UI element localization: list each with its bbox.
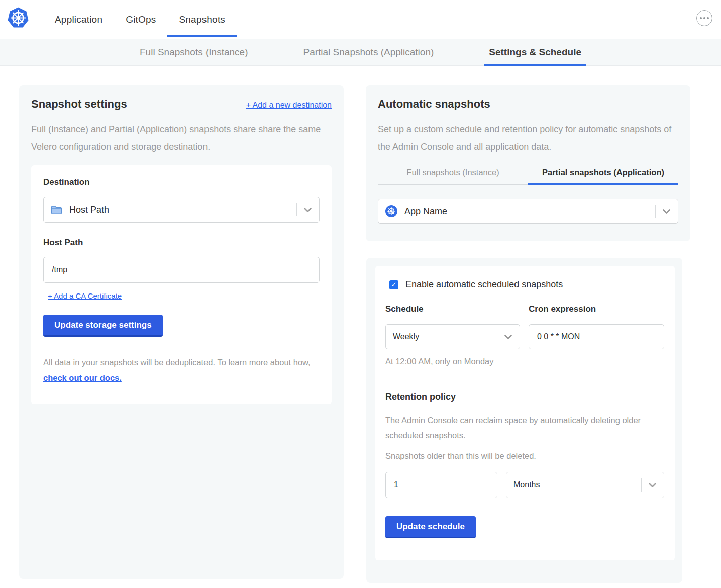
schedule-card: ✓ Enable automatic scheduled snapshots S…: [375, 266, 675, 560]
divider: [497, 330, 497, 343]
tab-partial-snapshots[interactable]: Partial Snapshots (Application): [298, 39, 439, 65]
host-path-input[interactable]: [43, 257, 320, 283]
tab-full-snapshots[interactable]: Full Snapshots (Instance): [135, 39, 253, 65]
ellipsis-menu-icon[interactable]: [696, 10, 712, 26]
nav-item-gitops[interactable]: GitOps: [125, 0, 157, 39]
automatic-snapshots-title: Automatic snapshots: [378, 97, 678, 111]
destination-value: Host Path: [69, 205, 296, 215]
docs-link[interactable]: check out our docs.: [43, 373, 122, 382]
app-select[interactable]: App Name: [378, 199, 678, 224]
automatic-snapshots-panel: Automatic snapshots Set up a custom sche…: [366, 85, 690, 241]
retention-policy-description: The Admin Console can reclaim space by a…: [385, 413, 652, 443]
tab-settings-schedule[interactable]: Settings & Schedule: [484, 39, 586, 65]
enable-snapshots-checkbox[interactable]: ✓: [389, 280, 398, 289]
chevron-down-icon: [648, 482, 657, 488]
divider: [641, 478, 642, 492]
nav-item-snapshots[interactable]: Snapshots: [178, 0, 226, 39]
schedule-interval-select[interactable]: Weekly: [385, 324, 520, 349]
dedup-note: All data in your snapshots will be dedup…: [43, 355, 320, 386]
snapshot-settings-panel: Snapshot settings + Add a new destinatio…: [19, 85, 344, 579]
checkmark-icon: ✓: [391, 281, 397, 288]
snapshot-settings-description: Full (Instance) and Partial (Application…: [31, 121, 328, 156]
retention-unit-select[interactable]: Months: [506, 472, 664, 498]
enable-snapshots-label: Enable automatic scheduled snapshots: [405, 279, 563, 290]
schedule-label: Schedule: [385, 304, 520, 314]
schedule-panel: ✓ Enable automatic scheduled snapshots S…: [366, 258, 682, 583]
retention-hint: Snapshots older than this will be delete…: [385, 451, 665, 461]
retention-amount-input[interactable]: [385, 472, 497, 498]
folder-icon: [51, 205, 62, 215]
dedup-text: All data in your snapshots will be dedup…: [43, 358, 311, 367]
kubernetes-logo-icon: [7, 7, 29, 30]
primary-nav: Application GitOps Snapshots: [54, 0, 226, 39]
divider: [655, 205, 656, 218]
update-schedule-button[interactable]: Update schedule: [385, 516, 476, 538]
tab-partial-snapshots-application[interactable]: Partial snapshots (Application): [528, 168, 678, 185]
app-select-value: App Name: [404, 206, 655, 217]
destination-select[interactable]: Host Path: [43, 197, 320, 223]
snapshot-settings-title: Snapshot settings: [31, 97, 127, 111]
chevron-down-icon: [662, 209, 671, 214]
cron-expression-label: Cron expression: [529, 304, 664, 314]
app-kubernetes-icon: [385, 205, 397, 217]
divider: [296, 203, 297, 216]
chevron-down-icon: [303, 207, 312, 213]
chevron-down-icon: [504, 334, 512, 340]
snapshot-type-tabs: Full snapshots (Instance) Partial snapsh…: [378, 168, 678, 185]
update-storage-settings-button[interactable]: Update storage settings: [43, 315, 163, 337]
tab-full-snapshots-instance[interactable]: Full snapshots (Instance): [378, 168, 528, 185]
automatic-snapshots-description: Set up a custom schedule and retention p…: [378, 121, 674, 156]
top-header: Application GitOps Snapshots: [0, 0, 721, 39]
cron-expression-input[interactable]: [529, 324, 664, 349]
schedule-interval-value: Weekly: [393, 332, 497, 341]
retention-policy-title: Retention policy: [385, 391, 665, 402]
destination-label: Destination: [43, 177, 320, 187]
host-path-label: Host Path: [43, 238, 320, 248]
add-ca-certificate-link[interactable]: + Add a CA Certificate: [48, 291, 122, 300]
nav-item-application[interactable]: Application: [54, 0, 104, 39]
add-destination-link[interactable]: + Add a new destination: [246, 101, 332, 110]
snapshots-subnav: Full Snapshots (Instance) Partial Snapsh…: [0, 39, 721, 66]
retention-unit-value: Months: [513, 480, 641, 489]
cron-readable-text: At 12:00 AM, only on Monday: [385, 357, 520, 366]
storage-settings-card: Destination Host Path Host Path + Add a …: [31, 165, 332, 404]
